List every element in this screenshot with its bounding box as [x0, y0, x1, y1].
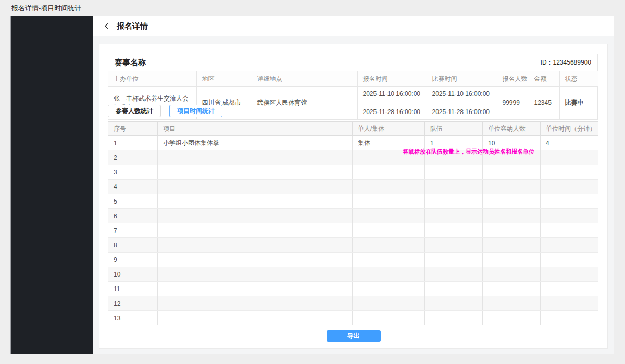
cell-teams: [425, 165, 483, 180]
cell-type: [353, 209, 425, 223]
cell-teams: [425, 296, 483, 311]
cell-venue: 武侯区人民体育馆: [252, 87, 357, 120]
table-row: 6: [108, 209, 598, 223]
cell-type: [353, 253, 425, 267]
cell-time: [541, 253, 598, 267]
table-row: 8: [108, 238, 598, 253]
cell-no: 4: [108, 180, 158, 194]
cell-time: [541, 238, 598, 253]
cell-time: [541, 209, 598, 223]
hover-hint-annotation: 将鼠标放在队伍数量上，显示运动员姓名和报名单位: [403, 148, 534, 156]
column-header: 项目: [158, 122, 353, 136]
column-header: 状态: [559, 71, 598, 87]
cell-no: 9: [108, 253, 158, 267]
event-id-label: ID：: [541, 59, 553, 66]
column-header: 主办单位: [108, 71, 196, 87]
cell-capacity: [483, 267, 541, 282]
column-header: 详细地点: [252, 71, 357, 87]
cell-no: 8: [108, 238, 158, 253]
cell-registration_time: 2025-11-10 16:00:00 – 2025-11-28 16:00:0…: [357, 87, 427, 120]
tab-project-time-stats[interactable]: 项目时间统计: [169, 105, 222, 117]
tab-participant-count-stats[interactable]: 参赛人数统计: [108, 105, 161, 117]
cell-project: [158, 296, 353, 311]
cell-project: [158, 194, 353, 209]
cell-capacity: [483, 209, 541, 223]
column-header: 比赛时间: [427, 71, 497, 87]
table-row: 3: [108, 165, 598, 180]
main-area: 报名详情 赛事名称 ID：12345689900 主办单位地区详细地点报名时间比…: [93, 16, 614, 354]
event-name-title: 赛事名称: [115, 58, 146, 68]
event-id-value: 12345689900: [553, 59, 591, 66]
page-title: 报名详情: [117, 21, 148, 31]
cell-type: [353, 238, 425, 253]
cell-no: 2: [108, 150, 158, 165]
cell-type: [353, 194, 425, 209]
cell-project: [158, 282, 353, 296]
cell-type: [353, 165, 425, 180]
cell-time: [541, 150, 598, 165]
cell-capacity: [483, 223, 541, 238]
table-row: 4: [108, 180, 598, 194]
cell-capacity: [483, 311, 541, 325]
column-header: 队伍: [425, 122, 483, 136]
column-header: 单位时间（分钟）: [541, 122, 598, 136]
cell-teams: [425, 311, 483, 325]
cell-match_time: 2025-11-10 16:00:00 – 2025-11-28 16:00:0…: [427, 87, 497, 120]
cell-no: 11: [108, 282, 158, 296]
stat-tabs: 参赛人数统计项目时间统计: [108, 105, 222, 117]
column-header: 地区: [196, 71, 252, 87]
table-row: 13: [108, 311, 598, 325]
cell-type: [353, 223, 425, 238]
cell-teams: [425, 223, 483, 238]
cell-capacity: [483, 282, 541, 296]
cell-no: 13: [108, 311, 158, 325]
cell-capacity: [483, 296, 541, 311]
event-info-header-row: 主办单位地区详细地点报名时间比赛时间报名人数金额状态: [108, 71, 598, 87]
cell-project: [158, 311, 353, 325]
back-chevron-icon: [103, 22, 110, 30]
cell-registrants: 99999: [497, 87, 529, 120]
cell-time: [541, 296, 598, 311]
cell-project: [158, 223, 353, 238]
column-header: 报名人数: [497, 71, 529, 87]
cell-no: 6: [108, 209, 158, 223]
cell-time: [541, 165, 598, 180]
column-header: 金额: [529, 71, 559, 87]
cell-time: [541, 311, 598, 325]
cell-type: [353, 282, 425, 296]
cell-teams: [425, 267, 483, 282]
table-row: 5: [108, 194, 598, 209]
cell-teams: [425, 238, 483, 253]
cell-no: 1: [108, 136, 158, 150]
stats-header-row: 序号项目单人/集体队伍单位容纳人数单位时间（分钟）: [108, 122, 598, 136]
column-header: 单位容纳人数: [483, 122, 541, 136]
back-button[interactable]: [102, 21, 111, 31]
cell-time: [541, 194, 598, 209]
cell-time: [541, 282, 598, 296]
table-row: 11: [108, 282, 598, 296]
cell-time: [541, 267, 598, 282]
column-header: 单人/集体: [353, 122, 425, 136]
cell-project: [158, 253, 353, 267]
event-card-header: 赛事名称 ID：12345689900: [108, 54, 597, 71]
page-header: 报名详情: [93, 16, 614, 36]
cell-capacity: [483, 165, 541, 180]
cell-capacity: [483, 194, 541, 209]
cell-project: [158, 267, 353, 282]
cell-project: [158, 150, 353, 165]
export-button[interactable]: 导出: [327, 330, 381, 342]
cell-type: [353, 267, 425, 282]
sidebar: [11, 16, 93, 354]
cell-teams: [425, 209, 483, 223]
cell-project: [158, 165, 353, 180]
cell-time: 4: [541, 136, 598, 150]
table-row: 10: [108, 267, 598, 282]
window-title: 报名详情-项目时间统计: [11, 4, 81, 13]
cell-type: [353, 180, 425, 194]
cell-time: [541, 180, 598, 194]
column-header: 序号: [108, 122, 158, 136]
column-header: 报名时间: [357, 71, 427, 87]
cell-status: 比赛中: [559, 87, 598, 120]
cell-no: 5: [108, 194, 158, 209]
cell-project: 小学组小团体集体拳: [158, 136, 353, 150]
